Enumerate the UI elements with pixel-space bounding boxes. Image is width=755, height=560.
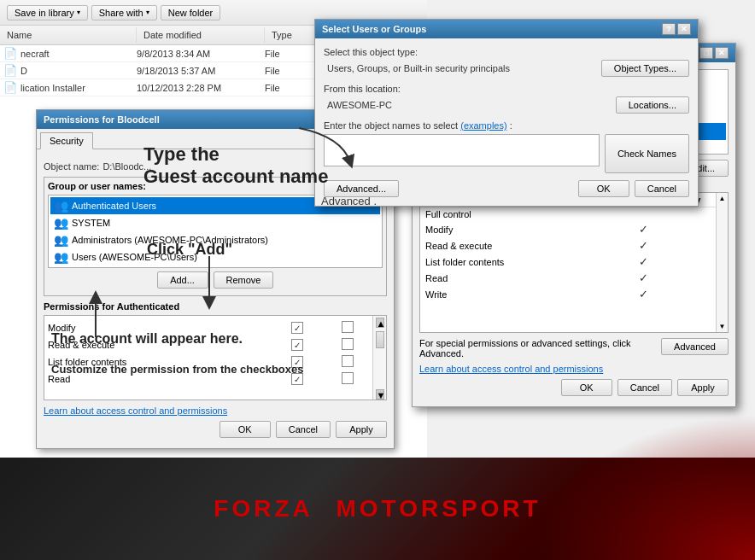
object-type-label: Select this object type: [324,47,689,57]
permissions-scrollbar[interactable]: ▲ ▼ [372,316,386,400]
perm-deny-cell [322,370,372,388]
examples-link[interactable]: (examples) [460,120,506,131]
cancel-button[interactable]: Cancel [276,421,331,438]
names-input-row: Check Names [324,134,689,173]
perm-name: Read & execute [425,241,618,251]
deny-checkbox[interactable] [342,321,354,333]
remove-button[interactable]: Remove [214,271,274,289]
deny-checkbox[interactable] [342,372,354,384]
table-row: Modify [44,319,372,336]
check-names-button[interactable]: Check Names [605,134,689,173]
perm-name: List folder contents [44,353,272,370]
list-item[interactable]: 👥 Users (AWESOME-PC\Users) [50,248,380,265]
perm-name: Modify [44,319,272,336]
special-perms-row: For special permissions or advanced sett… [419,338,729,359]
titlebar-controls: ? ✕ [662,23,691,35]
list-item[interactable]: 👥 SYSTEM [50,214,380,231]
table-row: Modify ✓ [420,221,716,237]
user-icon: 👥 [54,199,68,213]
perm-allow-cell [272,353,323,370]
allow-checkbox[interactable] [291,373,303,385]
locations-button[interactable]: Locations... [616,96,689,114]
table-row: List folder contents [44,353,372,370]
user-name: SYSTEM [72,218,110,228]
file-icon: 📄 [3,64,20,77]
add-remove-row: Add... Remove [48,271,383,289]
user-icon: 👥 [54,250,68,264]
object-types-button[interactable]: Object Types... [601,60,689,77]
apply-button[interactable]: Apply [336,421,387,438]
permissions-title: Permissions for Bloodcell [44,114,160,125]
enter-names-input[interactable] [324,134,600,166]
file-type: File [265,83,280,93]
select-users-dialog: Select Users or Groups ? ✕ Select this o… [314,19,699,207]
perm-allow-cell [272,370,323,388]
close-btn[interactable]: ✕ [677,23,691,35]
perm-name: Read [44,370,272,388]
select-users-body: Select this object type: Users, Groups, … [315,38,698,206]
user-name: Authenticated Users [72,201,156,211]
perm-name: Read [425,273,618,283]
col-header-name[interactable]: Name [0,27,137,43]
scroll-up[interactable]: ▲ [717,193,728,204]
forza-background: FORZA MOTORSPORT [0,458,755,560]
from-location-label: From this location: [324,84,689,94]
save-in-library-btn[interactable]: Save in library ▾ [7,5,88,20]
object-type-row: Users, Groups, or Built-in security prin… [324,60,689,77]
learn-link-row: Learn about access control and permissio… [44,405,387,416]
tab-security[interactable]: Security [40,132,93,149]
scroll-down-arrow[interactable]: ▼ [376,389,384,400]
select-users-title: Select Users or Groups [322,24,426,34]
perm-allow-cell [272,336,323,353]
user-icon: 👥 [54,216,68,230]
file-date: 10/12/2013 2:28 PM [137,83,265,93]
cancel-button[interactable]: Cancel [617,379,672,396]
ok-button[interactable]: OK [561,379,612,396]
file-icon: 📄 [3,47,20,60]
file-type: File [265,49,280,59]
file-date: 9/18/2013 5:37 AM [137,66,265,76]
ok-button[interactable]: OK [219,421,271,438]
deny-checkbox[interactable] [342,338,354,350]
perm-name: List folder contents [425,257,618,267]
table-row: Read & execute [44,336,372,353]
table-row: Full control [420,207,716,221]
scroll-thumb[interactable] [376,331,384,348]
col-header-date[interactable]: Date modified [137,27,265,43]
forza-text: FORZA MOTORSPORT [214,495,541,522]
allow-checkbox[interactable] [291,339,303,351]
scroll-up-arrow[interactable]: ▲ [376,318,384,328]
security-scrollbar[interactable]: ▲ ▼ [716,193,728,332]
object-name-label: Object name: [44,161,99,172]
allow-checkbox[interactable] [291,356,303,368]
deny-checkbox[interactable] [342,355,354,367]
security-permissions-content: Users Allow Deny Full control Modify ✓ R… [420,193,716,332]
learn-link[interactable]: Learn about access control and permissio… [44,405,227,416]
save-library-arrow: ▾ [77,9,80,16]
select-users-titlebar: Select Users or Groups ? ✕ [315,20,698,38]
add-button[interactable]: Add... [157,271,208,289]
perm-deny-cell [322,319,372,336]
ok-button[interactable]: OK [578,180,629,197]
list-item[interactable]: 👥 Administrators (AWESOME-PC\Administrat… [50,231,380,248]
maximize-btn[interactable]: □ [699,47,713,59]
allow-checkbox[interactable] [291,322,303,334]
learn-link[interactable]: Learn about access control and permissio… [419,364,603,374]
from-location-row: AWESOME-PC Locations... [324,96,689,114]
table-row: List folder contents ✓ [420,254,716,270]
perm-name: Full control [425,209,618,219]
permissions-table: Modify Read & execute List folder conten… [44,319,372,388]
cancel-button[interactable]: Cancel [635,180,689,197]
perm-allow-cell [272,319,323,336]
help-btn[interactable]: ? [662,23,676,35]
scroll-down[interactable]: ▼ [717,321,728,332]
table-row: Read & execute ✓ [420,237,716,254]
close-btn[interactable]: ✕ [715,47,729,59]
allow-check: ✓ [622,288,664,300]
apply-button[interactable]: Apply [677,379,729,396]
advanced-button[interactable]: Advanced [661,338,729,355]
file-name: D [20,66,137,76]
advanced-button[interactable]: Advanced... [324,180,399,197]
new-folder-btn[interactable]: New folder [161,5,221,20]
share-with-btn[interactable]: Share with ▾ [91,5,157,20]
